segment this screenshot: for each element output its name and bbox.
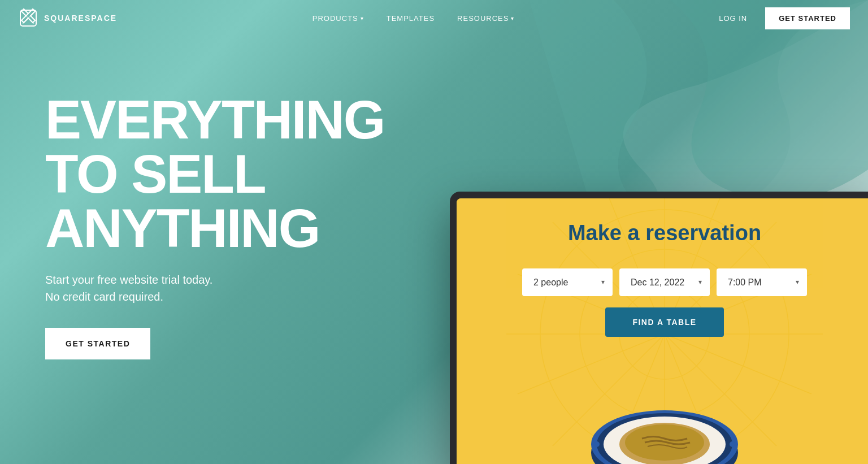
hero-title-line3: ANYTHING (45, 198, 319, 258)
time-select[interactable]: 6:00 PM 6:30 PM 7:00 PM 7:30 PM 8:00 PM (717, 268, 807, 296)
brand-name: SQUARESPACE (44, 14, 117, 23)
laptop-mockup: Make a reservation 1 person 2 people 3 p… (450, 192, 868, 464)
navbar-nav: PRODUCTS ▾ TEMPLATES RESOURCES ▾ (313, 14, 515, 23)
people-select-wrapper[interactable]: 1 person 2 people 3 people 4 people 5 pe… (522, 268, 613, 296)
navbar-actions: LOG IN GET STARTED (710, 7, 850, 29)
nav-resources-label: RESOURCES (457, 14, 509, 23)
people-select[interactable]: 1 person 2 people 3 people 4 people 5 pe… (522, 268, 613, 296)
svg-point-18 (594, 441, 600, 447)
laptop-body: Make a reservation 1 person 2 people 3 p… (450, 192, 868, 464)
hero-subtitle-line2: No credit card required. (45, 290, 163, 303)
resources-chevron-icon: ▾ (511, 15, 514, 21)
plate-decoration (580, 379, 749, 464)
navbar: SQUARESPACE PRODUCTS ▾ TEMPLATES RESOURC… (0, 0, 868, 36)
login-button[interactable]: LOG IN (710, 10, 756, 27)
nav-products[interactable]: PRODUCTS ▾ (313, 14, 364, 23)
hero-get-started-button[interactable]: GET STARTED (45, 328, 150, 359)
squarespace-logo-icon (18, 8, 38, 28)
reservation-form: 1 person 2 people 3 people 4 people 5 pe… (522, 268, 807, 296)
products-chevron-icon: ▾ (361, 15, 364, 21)
nav-products-label: PRODUCTS (313, 14, 358, 23)
screen-content: Make a reservation 1 person 2 people 3 p… (457, 198, 868, 464)
date-select[interactable]: Dec 12, 2022 Dec 13, 2022 Dec 14, 2022 (619, 268, 710, 296)
nav-templates[interactable]: TEMPLATES (387, 14, 435, 23)
reservation-title: Make a reservation (568, 221, 761, 246)
svg-point-19 (730, 441, 735, 447)
hero-title-line2: TO SELL (45, 144, 266, 204)
plate-svg (580, 379, 749, 464)
nav-templates-label: TEMPLATES (387, 14, 435, 23)
laptop-screen: Make a reservation 1 person 2 people 3 p… (457, 198, 868, 464)
find-table-button[interactable]: FIND A TABLE (605, 307, 723, 337)
nav-resources[interactable]: RESOURCES ▾ (457, 14, 514, 23)
nav-get-started-button[interactable]: GET STARTED (765, 7, 850, 29)
navbar-logo-area: SQUARESPACE (18, 8, 117, 28)
time-select-wrapper[interactable]: 6:00 PM 6:30 PM 7:00 PM 7:30 PM 8:00 PM … (717, 268, 807, 296)
hero-subtitle-line1: Start your free website trial today. (45, 274, 212, 286)
hero-subtitle: Start your free website trial today. No … (45, 271, 362, 305)
hero-content: EVERYTHING TO SELL ANYTHING Start your f… (45, 70, 362, 359)
date-select-wrapper[interactable]: Dec 12, 2022 Dec 13, 2022 Dec 14, 2022 ▾ (619, 268, 710, 296)
hero-title-line1: EVERYTHING (45, 89, 385, 150)
hero-title: EVERYTHING TO SELL ANYTHING (45, 93, 362, 255)
